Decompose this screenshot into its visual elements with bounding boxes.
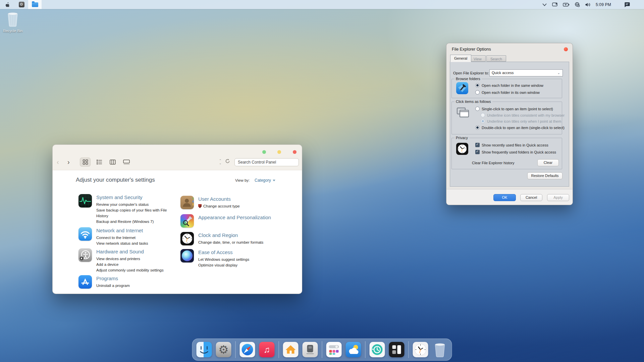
dock-separator [322,341,322,358]
control-center-icon[interactable] [326,342,342,357]
forward-chevron-icon[interactable]: › [67,158,70,166]
control-panel-window: ‹ › ⌃⌄ Adjust your computer's settings V… [52,144,302,294]
recycle-bin-label: Recycle Bin [3,29,23,33]
clear-button[interactable]: Clear [537,159,559,166]
radio-own-window[interactable]: Open each folder in its own window [475,90,540,95]
notification-center-icon[interactable] [624,2,630,7]
chevron-down-icon[interactable] [542,3,547,6]
weather-icon[interactable] [346,342,361,357]
list-view-icon [97,160,102,165]
system-tray: 5:09 PM [542,0,644,9]
app-store-icon[interactable] [78,275,92,289]
radio-underline-browser: Underline icon titles consistent with my… [481,113,565,117]
settings-app-icon[interactable]: ⚙ [15,0,28,9]
group-label: Click items as follows [454,100,492,104]
apple-menu-icon[interactable] [0,2,15,7]
control-panel-content: Adjust your computer's settings View by:… [53,170,302,294]
columns-view-icon [110,160,116,165]
general-tab-page: Open File Explorer to: Quick access ⌄ Br… [450,62,569,187]
radio-same-window[interactable]: Open each folder in the same window [475,83,543,87]
radio-icon [475,107,480,111]
dock-separator [365,341,366,358]
battery-plugged-icon[interactable] [563,3,570,7]
open-to-label: Open File Explorer to: [453,71,489,75]
recycle-bin[interactable]: Recycle Bin [3,11,23,33]
home-icon[interactable] [283,342,299,357]
cancel-button[interactable]: Cancel [520,194,542,201]
radio-selected-icon [475,83,480,87]
browse-folders-group: Browse folders Open each folder in the s… [451,79,562,98]
folder-icon [32,2,38,7]
wifi-icon[interactable] [78,227,92,241]
contacts-icon[interactable] [180,196,194,209]
safari-icon[interactable] [240,342,255,357]
radio-disabled-selected-icon [481,119,485,123]
category-clock-and-region: Clock and Region Change date, time, or n… [180,232,263,245]
globe-offline-icon[interactable] [575,2,580,7]
appearance-icon[interactable] [180,214,194,228]
open-to-dropdown[interactable]: Quick access ⌄ [489,69,563,76]
radio-disabled-icon [481,113,485,117]
view-by-label: View by: [235,178,250,182]
chevron-down-icon [273,180,275,181]
window-manager-icon[interactable] [389,342,405,357]
refresh-icon[interactable] [225,159,230,165]
siri-icon[interactable] [180,249,194,262]
finder-icon[interactable] [197,342,212,357]
radio-double-click[interactable]: Double-click to open an item (single-cli… [475,125,565,130]
search-input[interactable] [234,158,299,166]
clock-app-icon[interactable] [180,232,194,245]
dock-separator [235,341,236,358]
overlapping-windows-icon [456,107,470,119]
checkbox-frequent-folders[interactable]: Show frequently used folders in Quick ac… [475,150,556,154]
checkbox-recent-files[interactable]: Show recently used files in Quick access [475,143,548,147]
checkbox-checked-icon [475,150,480,154]
accessibility-sound-icon[interactable] [78,248,92,262]
radio-underline-point: Underline icon titles only when I point … [481,119,561,123]
menubar: ⚙ 5:09 PM [0,0,644,9]
tab-search[interactable]: Search [486,55,506,62]
tab-general[interactable]: General [450,55,471,62]
gear-icon: ⚙ [19,2,24,7]
columns-view-button[interactable] [107,158,118,167]
back-chevron-icon[interactable]: ‹ [57,158,59,166]
apple-logo-icon [5,2,10,7]
category-ease-of-access: Ease of Access Let Windows suggest setti… [180,249,249,268]
privacy-group: Privacy Show recently used files in Quic… [451,138,562,169]
ok-button[interactable]: OK [493,194,516,201]
system-settings-icon[interactable]: ⚙ [216,342,231,357]
file-explorer-options-dialog: File Explorer Options General View Searc… [446,43,573,205]
click-items-group: Click items as follows Single-click to o… [451,102,562,134]
traffic-light-red[interactable] [293,150,297,154]
radio-single-click[interactable]: Single-click to open an item (point to s… [475,107,553,111]
volume-icon[interactable] [585,2,591,7]
dialog-title: File Explorer Options [452,47,491,52]
close-icon[interactable] [564,47,568,51]
screen-cast-icon[interactable] [552,2,558,7]
clock-time[interactable]: 5:09 PM [596,2,611,7]
category-user-accounts: User Accounts Change account type [180,196,240,209]
grid-view-button[interactable] [80,158,91,167]
activity-monitor-icon[interactable] [78,194,92,207]
checkbox-checked-icon [475,143,480,147]
file-explorer-app-icon[interactable] [28,0,42,9]
group-label: Browse folders [454,77,482,81]
apply-button[interactable]: Apply [547,194,569,201]
history-clock-icon [456,143,468,156]
time-machine-icon[interactable] [370,342,385,357]
music-icon[interactable]: ♫ [259,342,275,357]
traffic-light-yellow[interactable] [277,150,281,154]
restore-defaults-button[interactable]: Restore Defaults [527,172,562,179]
clock-icon[interactable] [413,342,428,357]
traffic-light-green[interactable] [262,150,266,154]
sort-control-icon[interactable]: ⌃⌄ [219,159,222,165]
tab-view[interactable]: View [470,55,486,62]
list-view-button[interactable] [94,158,105,167]
category-network-and-internet: Network and Internet Connect to the Inte… [78,227,174,246]
view-by-dropdown[interactable]: Category [255,178,275,183]
radio-selected-icon [475,125,480,130]
trash-icon[interactable] [432,342,448,357]
hardware-device-icon[interactable] [303,342,318,357]
gallery-view-button[interactable] [121,158,132,167]
chevron-down-icon: ⌄ [557,71,560,75]
